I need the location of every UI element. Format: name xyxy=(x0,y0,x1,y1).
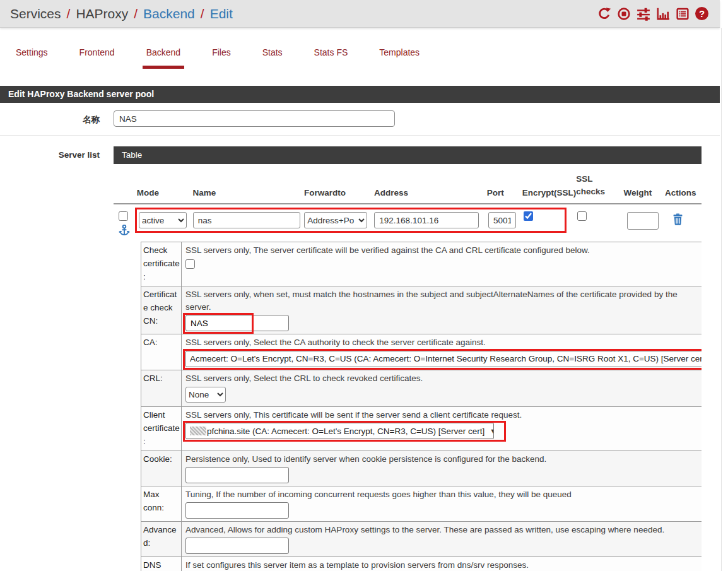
server-list-label: Server list xyxy=(0,146,114,571)
row-select-cell xyxy=(114,210,137,237)
breadcrumb-services: Services xyxy=(10,6,61,21)
tab-settings[interactable]: Settings xyxy=(12,47,52,69)
tab-files[interactable]: Files xyxy=(208,47,235,69)
detail-desc: Tuning, If the number of incoming concur… xyxy=(185,488,698,501)
detail-row-max-conn: Max conn: Tuning, If the number of incom… xyxy=(141,486,702,521)
weight-cell xyxy=(623,210,665,237)
detail-row-check-certificate: Check certificate: SSL servers only, The… xyxy=(141,242,702,286)
detail-content: Advanced, Allows for adding custom HAPro… xyxy=(182,522,702,557)
detail-content: SSL servers only, Select the CRL to chec… xyxy=(182,370,702,406)
detail-desc: Advanced, Allows for adding custom HAPro… xyxy=(185,524,698,536)
log-list-icon[interactable] xyxy=(676,7,690,21)
backend-name-input[interactable] xyxy=(114,110,395,127)
address-input[interactable] xyxy=(374,212,479,228)
redacted-text-blur xyxy=(190,427,206,435)
ca-select-value: Acmecert: O=Let's Encrypt, CN=R3, C=US (… xyxy=(190,354,702,363)
detail-label: CA: xyxy=(141,334,182,370)
detail-content: SSL servers only, when set, must match t… xyxy=(182,286,702,334)
column-header-name: Name xyxy=(192,188,304,197)
detail-row-cookie: Cookie: Persistence only, Used to identi… xyxy=(141,450,702,486)
detail-content: If set configures this server item as a … xyxy=(182,557,702,571)
delete-server-icon[interactable] xyxy=(671,213,684,226)
detail-content: SSL servers only, This certificate will … xyxy=(182,406,702,450)
server-name-input[interactable] xyxy=(193,212,300,228)
stats-chart-icon[interactable] xyxy=(656,7,670,21)
port-input[interactable] xyxy=(488,212,516,228)
cookie-input[interactable] xyxy=(185,467,289,483)
column-header-weight: Weight xyxy=(623,188,665,197)
table-title: Table xyxy=(114,146,702,164)
anchor-drag-icon[interactable] xyxy=(118,224,131,237)
certificate-check-cn-input[interactable] xyxy=(185,315,289,331)
detail-label: Advanced: xyxy=(141,522,182,557)
tab-templates[interactable]: Templates xyxy=(375,47,423,69)
detail-desc: SSL servers only, Select the CRL to chec… xyxy=(185,372,698,385)
client-certificate-value: pfchina.site (CA: Acmecert: O=Let's Encr… xyxy=(207,427,484,436)
ssl-checks-cell xyxy=(576,210,623,237)
server-table: Table Mode Name Forwardto Address Port E… xyxy=(114,146,702,571)
detail-row-dns-template-count: DNS template count: If set configures th… xyxy=(141,557,702,571)
detail-desc: SSL servers only, Select the CA authorit… xyxy=(185,336,698,349)
detail-label: Check certificate: xyxy=(141,242,182,286)
stop-service-icon[interactable] xyxy=(617,7,631,21)
detail-label: DNS template count: xyxy=(141,557,182,571)
detail-row-client-certificate: Client certificate: SSL servers only, Th… xyxy=(141,406,702,450)
tab-stats-fs[interactable]: Stats FS xyxy=(310,47,352,69)
advanced-input[interactable] xyxy=(185,538,289,554)
tab-backend[interactable]: Backend xyxy=(143,47,184,69)
chevron-down-icon: ▼ xyxy=(490,427,494,435)
breadcrumb-separator: / xyxy=(67,6,71,21)
column-header-forwardto: Forwardto xyxy=(304,188,374,197)
column-header-encrypt-ssl: Encrypt(SSL) xyxy=(522,188,577,197)
detail-desc: SSL servers only, This certificate will … xyxy=(185,409,698,421)
settings-sliders-icon[interactable] xyxy=(637,7,650,21)
mode-select[interactable]: active xyxy=(139,212,187,228)
detail-desc: If set configures this server item as a … xyxy=(185,559,698,571)
port-cell xyxy=(487,210,522,237)
name-form-row: 名称 xyxy=(0,103,720,136)
detail-row-ca: CA: SSL servers only, Select the CA auth… xyxy=(141,334,702,370)
ca-select[interactable]: Acmecert: O=Let's Encrypt, CN=R3, C=US (… xyxy=(185,351,702,367)
column-header-ssl-checks: SSL checks xyxy=(576,173,623,197)
restart-service-icon[interactable] xyxy=(597,7,611,21)
breadcrumb-edit-link[interactable]: Edit xyxy=(210,6,233,21)
forwardto-select[interactable]: Address+Po xyxy=(304,212,367,228)
header-action-icons: ? xyxy=(597,7,708,21)
server-row: active Address+Po xyxy=(114,204,702,242)
table-column-headers: Mode Name Forwardto Address Port Encrypt… xyxy=(114,164,702,204)
detail-content: Tuning, If the number of incoming concur… xyxy=(182,486,702,521)
check-certificate-checkbox[interactable] xyxy=(185,259,195,269)
breadcrumb-bar: Services / HAProxy / Backend / Edit xyxy=(0,0,720,28)
detail-row-advanced: Advanced: Advanced, Allows for adding cu… xyxy=(141,522,702,557)
server-list-row: Server list Table Mode Name Forwardto Ad… xyxy=(0,136,720,571)
detail-label: CRL: xyxy=(141,370,182,406)
detail-row-crl: CRL: SSL servers only, Select the CRL to… xyxy=(141,370,702,406)
help-icon[interactable]: ? xyxy=(695,7,708,20)
weight-input[interactable] xyxy=(627,212,659,230)
breadcrumb-haproxy: HAProxy xyxy=(76,6,128,21)
tab-frontend[interactable]: Frontend xyxy=(76,47,119,69)
detail-content: Persistence only, Used to identify serve… xyxy=(182,450,702,486)
tab-stats[interactable]: Stats xyxy=(259,47,286,69)
detail-desc: Persistence only, Used to identify serve… xyxy=(185,453,698,466)
column-header-mode: Mode xyxy=(137,188,193,197)
tab-bar: Settings Frontend Backend Files Stats St… xyxy=(0,28,728,69)
breadcrumb-backend-link[interactable]: Backend xyxy=(143,6,195,21)
haproxy-backend-edit-page: Services / HAProxy / Backend / Edit xyxy=(0,0,728,571)
mode-cell: active xyxy=(137,210,193,237)
detail-label: Max conn: xyxy=(141,486,182,521)
max-conn-input[interactable] xyxy=(185,502,289,519)
detail-content: SSL servers only, The server certificate… xyxy=(182,242,702,286)
address-cell xyxy=(374,210,487,237)
encrypt-ssl-checkbox[interactable] xyxy=(524,211,533,221)
client-certificate-select[interactable]: pfchina.site (CA: Acmecert: O=Let's Encr… xyxy=(185,423,494,439)
detail-desc: SSL servers only, when set, must match t… xyxy=(185,288,698,314)
crl-select[interactable]: None xyxy=(185,387,226,403)
panel-title: Edit HAProxy Backend server pool xyxy=(0,86,720,103)
server-details-table: Check certificate: SSL servers only, The… xyxy=(141,242,702,571)
row-select-checkbox[interactable] xyxy=(119,211,128,221)
detail-label: Cookie: xyxy=(141,450,182,486)
detail-label: Certificate check CN: xyxy=(141,286,182,334)
ssl-checks-checkbox[interactable] xyxy=(577,211,587,221)
detail-desc: SSL servers only, The server certificate… xyxy=(185,244,698,257)
